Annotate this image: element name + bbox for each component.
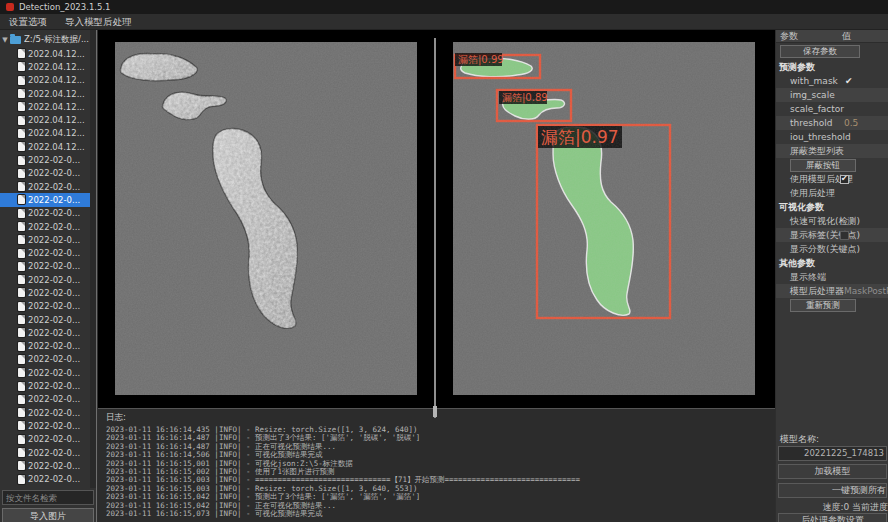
file-name: 2022.04.12... [28,142,85,152]
checkmark-icon[interactable]: ✔ [845,76,853,86]
file-name: 2022-02-0... [28,341,80,351]
file-list-item[interactable]: 2022-02-0... [0,153,91,166]
file-list-item[interactable]: 2022.04.12... [0,113,91,126]
image-grain-overlay [453,42,755,395]
predict-all-button[interactable]: 一键预测所有 [778,483,887,498]
param-label: scale_factor [776,104,844,114]
file-list-item[interactable]: 2022.04.12... [0,47,91,60]
file-icon [18,129,25,138]
load-model-button[interactable]: 加载模型 [778,464,887,479]
param-row[interactable]: 使用模型后处理 [776,172,888,186]
param-row[interactable]: 显示标签(关键点) [776,228,888,242]
tree-root-row[interactable]: ▼ Z:/5-标注数据/... [0,33,91,47]
file-icon [18,262,25,271]
file-icon [18,275,25,284]
param-row[interactable]: img_scale [776,88,888,102]
file-list-item[interactable]: 2022.04.12... [0,60,91,73]
file-icon [18,169,25,178]
file-list-item[interactable]: 2022-02-0... [0,433,91,446]
model-name-field[interactable]: 20221225_174813 [778,446,887,461]
param-label: iou_threshold [776,132,851,142]
file-list-item[interactable]: 2022-02-0... [0,313,91,326]
file-list-item[interactable]: 2022.04.12... [0,87,91,100]
param-row[interactable]: 重新预测 [776,298,888,312]
image-grain-overlay [115,42,417,395]
log-lines: 2023-01-11 16:16:14,435 |INFO| - Resize:… [98,426,775,518]
panel-splitter-handle[interactable] [433,406,437,417]
param-value[interactable]: MaskPostPro [844,286,888,296]
file-list-item[interactable]: 2022-02-0... [0,246,91,259]
file-list-item[interactable]: 2022-02-0... [0,446,91,459]
file-icon [18,435,25,444]
file-name: 2022-02-0... [28,275,80,285]
file-name: 2022-02-0... [28,195,80,205]
file-list-item[interactable]: 2022-02-0... [0,340,91,353]
file-list-item[interactable]: 2022-02-0... [0,273,91,286]
param-row[interactable]: 使用后处理 [776,186,888,200]
app-logo-icon [6,3,14,11]
checkbox[interactable] [840,175,849,184]
param-row[interactable]: 快速可视化(检测) [776,214,888,228]
file-icon [18,156,25,165]
file-list-item[interactable]: 2022-02-0... [0,353,91,366]
file-list-item[interactable]: 2022-02-0... [0,286,91,299]
file-list-item[interactable]: 2022-02-0... [0,300,91,313]
file-list-item[interactable]: 2022-02-0... [0,233,91,246]
file-list-item[interactable]: 2022.04.12... [0,100,91,113]
folder-icon [10,36,21,44]
param-row[interactable]: 显示分数(关键点) [776,242,888,256]
param-row[interactable]: with_mask✔ [776,74,888,88]
file-list-item[interactable]: 2022-02-0... [0,326,91,339]
file-list-item[interactable]: 2022-02-0... [0,419,91,432]
collapse-arrow-icon[interactable]: ▼ [0,36,10,44]
file-name: 2022-02-0... [28,461,80,471]
prediction-image-canvas[interactable]: 漏箔|0.99 漏箔|0.89 漏箔|0.97 [453,42,755,395]
file-list-item[interactable]: 2022-02-0... [0,207,91,220]
checkbox[interactable] [840,231,849,240]
file-list-item[interactable]: 2022-02-0... [0,180,91,193]
param-row[interactable]: threshold0.5 [776,116,888,130]
file-list: 2022.04.12...2022.04.12...2022.04.12...2… [0,47,91,486]
menu-settings[interactable]: 设置选项 [0,14,56,30]
file-list-scrollbar[interactable] [90,30,96,488]
param-row[interactable]: 屏蔽按钮 [776,158,888,172]
param-label: 屏蔽类型列表 [776,145,844,158]
file-icon [18,328,25,337]
file-list-item[interactable]: 2022-02-0... [0,220,91,233]
file-list-item[interactable]: 2022-02-0... [0,473,91,486]
file-list-item[interactable]: 2022-02-0... [0,366,91,379]
file-list-item[interactable]: 2022-02-0... [0,406,91,419]
param-action-button[interactable]: 屏蔽按钮 [790,159,856,172]
file-list-item[interactable]: 2022-02-0... [0,167,91,180]
file-list-item[interactable]: 2022-02-0... [0,459,91,472]
file-list-item[interactable]: 2022-02-0... [0,393,91,406]
param-row[interactable]: 模型后处理器MaskPostPro [776,284,888,298]
file-list-item[interactable]: 2022.04.12... [0,140,91,153]
param-row[interactable]: iou_threshold [776,130,888,144]
filename-search-input[interactable] [2,490,94,505]
menu-import-model-postprocess[interactable]: 导入模型后处理 [56,14,141,30]
original-image-canvas[interactable] [115,42,417,395]
file-name: 2022-02-0... [28,208,80,218]
log-panel[interactable]: 日志: 2023-01-11 16:16:14,435 |INFO| - Res… [98,408,775,522]
param-value[interactable]: 0.5 [844,118,858,128]
file-name: 2022.04.12... [28,102,85,112]
file-list-item[interactable]: 2022.04.12... [0,74,91,87]
file-list-item[interactable]: 2022-02-0... [0,193,91,206]
log-title: 日志: [106,412,775,424]
param-row[interactable]: scale_factor [776,102,888,116]
import-images-button[interactable]: 导入图片 [2,508,94,522]
postprocess-settings-button[interactable]: 后处理参数设置 [778,513,887,522]
param-label: 预测参数 [776,61,815,74]
file-list-item[interactable]: 2022.04.12... [0,127,91,140]
param-label: with_mask [776,76,838,86]
param-row[interactable]: 显示终端 [776,270,888,284]
param-row[interactable]: 屏蔽类型列表 [776,144,888,158]
file-list-item[interactable]: 2022-02-0... [0,260,91,273]
save-params-button[interactable]: 保存参数 [780,45,860,58]
param-action-button[interactable]: 重新预测 [790,299,856,312]
file-name: 2022-02-0... [28,368,80,378]
file-list-item[interactable]: 2022-02-0... [0,379,91,392]
panel-splitter[interactable] [434,38,436,418]
param-label: img_scale [776,90,835,100]
